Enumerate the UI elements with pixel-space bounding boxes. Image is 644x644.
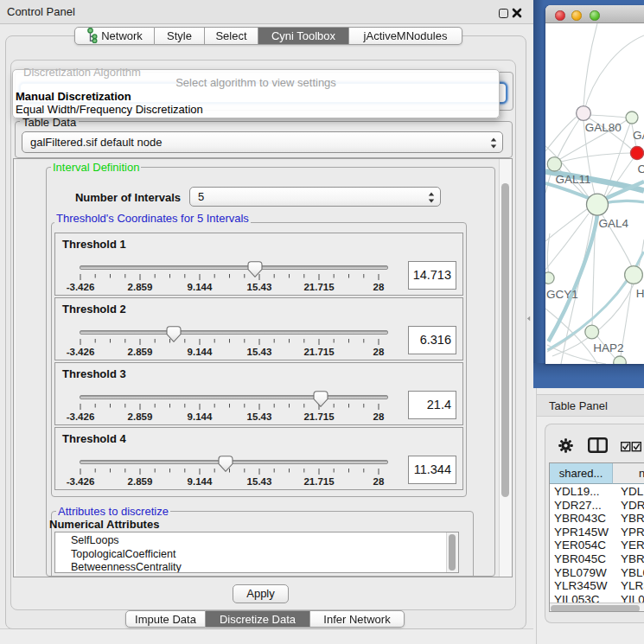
svg-text:GCY1: GCY1 — [546, 288, 578, 301]
svg-text:GAL11: GAL11 — [556, 173, 591, 186]
svg-text:HAP2: HAP2 — [593, 341, 623, 354]
svg-text:GAL80: GAL80 — [585, 121, 622, 134]
svg-text:C: C — [638, 163, 644, 175]
svg-text:H: H — [636, 287, 644, 300]
svg-text:GA: GA — [633, 129, 644, 142]
svg-text:GAL4: GAL4 — [599, 217, 629, 230]
